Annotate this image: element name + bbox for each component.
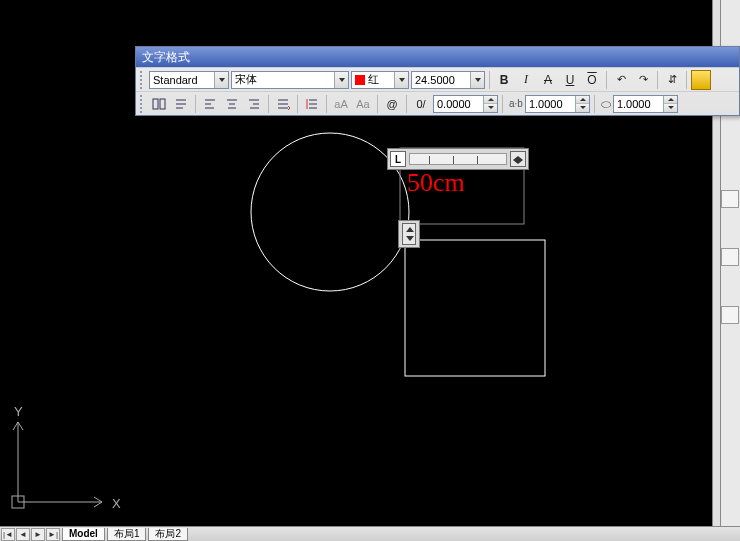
oblique-spinner[interactable]	[613, 95, 678, 113]
size-value: 24.5000	[415, 74, 470, 86]
bold-button[interactable]: B	[494, 70, 514, 90]
panel-stub[interactable]	[721, 190, 739, 208]
separator	[594, 95, 595, 113]
oblique-icon: ⬭	[601, 97, 611, 111]
oblique-button[interactable]: 0/	[411, 94, 431, 114]
separator	[326, 95, 327, 113]
color-name: 红	[368, 72, 394, 87]
tab-model[interactable]: Model	[62, 528, 105, 541]
italic-button[interactable]: I	[516, 70, 536, 90]
spinner-buttons[interactable]	[663, 96, 677, 112]
separator	[657, 71, 658, 89]
separator	[268, 95, 269, 113]
size-combo[interactable]: 24.5000	[411, 71, 485, 89]
grip-icon[interactable]	[140, 95, 145, 113]
symbol-button[interactable]: @	[382, 94, 402, 114]
columns-button[interactable]	[149, 94, 169, 114]
font-combo[interactable]: 宋体	[231, 71, 349, 89]
separator	[377, 95, 378, 113]
overline-button[interactable]: O	[582, 70, 602, 90]
tab-layout2[interactable]: 布局2	[148, 528, 188, 541]
case-button: Aa	[353, 94, 373, 114]
tab-nav-last[interactable]: ►|	[46, 528, 60, 541]
style-combo[interactable]: Standard	[149, 71, 229, 89]
paragraph-button[interactable]	[171, 94, 191, 114]
align-left-button[interactable]	[200, 94, 220, 114]
width-factor-label: a·b	[509, 98, 523, 109]
chevron-down-icon[interactable]	[214, 72, 228, 88]
redo-button[interactable]: ↷	[633, 70, 653, 90]
mtext-content[interactable]: 50cm	[407, 168, 465, 198]
separator	[502, 95, 503, 113]
mtext-width-ruler[interactable]: L	[387, 148, 529, 170]
tab-nav-first[interactable]: |◄	[1, 528, 15, 541]
undo-button[interactable]: ↶	[611, 70, 631, 90]
font-value: 宋体	[235, 72, 334, 87]
align-right-button[interactable]	[244, 94, 264, 114]
toolbar-titlebar[interactable]: 文字格式	[136, 47, 739, 67]
oblique-input[interactable]	[617, 98, 663, 110]
tracking-spinner[interactable]	[433, 95, 498, 113]
panel-stub[interactable]	[721, 306, 739, 324]
separator	[489, 71, 490, 89]
color-swatch	[355, 75, 365, 85]
spinner-buttons[interactable]	[483, 96, 497, 112]
axis-y-label: Y	[14, 404, 23, 419]
chevron-down-icon[interactable]	[334, 72, 348, 88]
numbering-button: aA	[331, 94, 351, 114]
text-format-toolbar: 文字格式 Standard 宋体 红 24.5000 B I A U O ↶ ↷…	[135, 46, 740, 116]
ruler-width-arrows[interactable]	[510, 151, 526, 167]
color-combo[interactable]: 红	[351, 71, 409, 89]
chevron-down-icon[interactable]	[394, 72, 408, 88]
mtext-height-ruler[interactable]	[398, 220, 420, 248]
separator	[406, 95, 407, 113]
align-center-button[interactable]	[222, 94, 242, 114]
svg-rect-7	[160, 99, 165, 109]
separator	[195, 95, 196, 113]
spinner-buttons[interactable]	[575, 96, 589, 112]
tab-nav-next[interactable]: ►	[31, 528, 45, 541]
toolbar-title: 文字格式	[142, 49, 190, 66]
width-spinner[interactable]	[525, 95, 590, 113]
toolbar-row-2: aA Aa @ 0/ a·b ⬭	[136, 91, 739, 115]
ruler-toggle-button[interactable]	[691, 70, 711, 90]
axis-x-label: X	[112, 496, 121, 511]
tab-layout1[interactable]: 布局1	[107, 528, 147, 541]
toolbar-row-1: Standard 宋体 红 24.5000 B I A U O ↶ ↷ ⇵	[136, 67, 739, 91]
grip-icon[interactable]	[140, 71, 145, 89]
style-value: Standard	[153, 74, 214, 86]
svg-rect-6	[153, 99, 158, 109]
svg-rect-2	[405, 240, 545, 376]
underline-button[interactable]: U	[560, 70, 580, 90]
linespacing-button[interactable]	[302, 94, 322, 114]
ruler-height-arrows[interactable]	[402, 223, 416, 245]
separator	[686, 71, 687, 89]
svg-point-0	[251, 133, 409, 291]
tab-nav-prev[interactable]: ◄	[16, 528, 30, 541]
chevron-down-icon[interactable]	[470, 72, 484, 88]
strikethrough-button[interactable]: A	[538, 70, 558, 90]
separator	[297, 95, 298, 113]
panel-stub[interactable]	[721, 248, 739, 266]
width-input[interactable]	[529, 98, 575, 110]
ruler-track[interactable]	[409, 153, 507, 165]
stack-button[interactable]: ⇵	[662, 70, 682, 90]
tracking-input[interactable]	[437, 98, 483, 110]
justify-button[interactable]	[273, 94, 293, 114]
separator	[606, 71, 607, 89]
ruler-l-box: L	[390, 151, 406, 167]
layout-tabs: |◄ ◄ ► ►| Model 布局1 布局2	[0, 526, 740, 541]
